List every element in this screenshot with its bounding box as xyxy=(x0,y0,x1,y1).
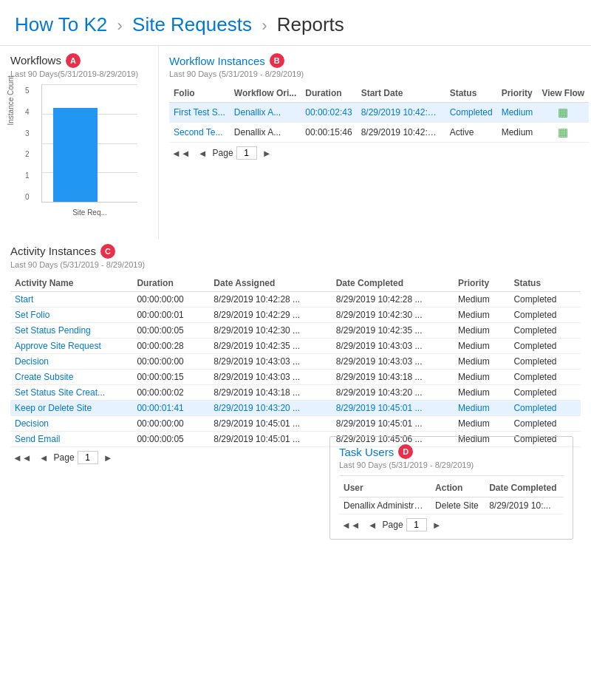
wi-cell-viewflow[interactable]: ▦ xyxy=(537,103,589,123)
wi-cell-startdate: 8/29/2019 10:42:48 AM xyxy=(357,123,445,143)
ai-col-name: Activity Name xyxy=(10,275,132,292)
wi-section: Workflow Instances B Last 90 Days (5/31/… xyxy=(169,53,589,160)
wi-cell-folio: First Test S... xyxy=(169,103,230,123)
wi-page-next[interactable]: ► xyxy=(260,147,274,160)
task-users-panel: Task Users D Last 90 Days (5/31/2019 - 8… xyxy=(329,436,573,540)
ai-table-header-row: Activity Name Duration Date Assigned Dat… xyxy=(10,275,581,292)
ai-cell-duration: 00:00:00:15 xyxy=(132,370,209,385)
wi-cell-status: Active xyxy=(445,123,497,143)
ai-cell-assigned: 8/29/2019 10:43:20 ... xyxy=(209,401,331,416)
ai-table-body: Start 00:00:00:00 8/29/2019 10:42:28 ...… xyxy=(10,292,581,447)
ai-table-row[interactable]: Create Subsite 00:00:00:15 8/29/2019 10:… xyxy=(10,370,581,385)
ai-cell-duration: 00:00:00:28 xyxy=(132,339,209,354)
ai-cell-priority: Medium xyxy=(454,354,509,370)
ai-title: Activity Instances xyxy=(10,245,96,257)
ai-cell-name: Create Subsite xyxy=(10,370,132,385)
ai-cell-status: Completed xyxy=(509,292,581,307)
ai-cell-duration: 00:00:00:00 xyxy=(132,416,209,432)
ai-cell-assigned: 8/29/2019 10:42:30 ... xyxy=(209,323,331,339)
workflows-badge: A xyxy=(66,53,81,68)
breadcrumb-reports: Reports xyxy=(277,13,344,35)
ai-subtitle: Last 90 Days (5/31/2019 - 8/29/2019) xyxy=(10,260,581,269)
ai-cell-completed: 8/29/2019 10:43:03 ... xyxy=(332,354,454,370)
wi-cell-folio: Second Te... xyxy=(169,123,230,143)
ai-cell-assigned: 8/29/2019 10:43:18 ... xyxy=(209,385,331,401)
wi-table-row[interactable]: Second Te... Denallix A... 00:00:15:46 8… xyxy=(169,123,589,143)
wi-col-duration: Duration xyxy=(301,84,356,103)
chart-y-ticks: 0 1 2 3 4 5 xyxy=(25,87,30,201)
workflows-chart: Instance Count 0 1 2 3 4 5 xyxy=(10,84,147,232)
task-col-action: Action xyxy=(431,479,485,497)
ai-table-row[interactable]: Set Folio 00:00:00:01 8/29/2019 10:42:29… xyxy=(10,307,581,323)
wi-col-folio: Folio xyxy=(169,84,230,103)
task-badge: D xyxy=(398,444,413,459)
ai-table-row[interactable]: Decision 00:00:00:00 8/29/2019 10:43:03 … xyxy=(10,354,581,370)
ai-cell-name: Set Status Pending xyxy=(10,323,132,339)
ai-table-row[interactable]: Start 00:00:00:00 8/29/2019 10:42:28 ...… xyxy=(10,292,581,307)
ai-cell-assigned: 8/29/2019 10:45:01 ... xyxy=(209,416,331,432)
ai-cell-duration: 00:00:00:00 xyxy=(132,292,209,307)
ai-cell-completed: 8/29/2019 10:42:28 ... xyxy=(332,292,454,307)
ai-cell-duration: 00:00:00:05 xyxy=(132,323,209,339)
wi-cell-startdate: 8/29/2019 10:42:28 AM xyxy=(357,103,445,123)
task-cell-date: 8/29/2019 10:... xyxy=(485,497,564,514)
task-divider xyxy=(339,475,564,476)
task-cell-action: Delete Site xyxy=(431,497,485,514)
wi-cell-origin: Denallix A... xyxy=(230,103,301,123)
task-table-row[interactable]: Denallix Administrat... Delete Site 8/29… xyxy=(339,497,564,514)
wi-col-priority: Priority xyxy=(497,84,538,103)
ai-cell-status: Completed xyxy=(509,339,581,354)
breadcrumb-howtok2[interactable]: How To K2 xyxy=(15,13,107,35)
ai-cell-status: Completed xyxy=(509,323,581,339)
wi-col-startdate: Start Date xyxy=(357,84,445,103)
ai-cell-assigned: 8/29/2019 10:43:03 ... xyxy=(209,354,331,370)
task-title: Task Users xyxy=(339,446,394,458)
task-table-body: Denallix Administrat... Delete Site 8/29… xyxy=(339,497,564,514)
workflow-instances-panel: Workflow Instances B Last 90 Days (5/31/… xyxy=(159,46,591,239)
wi-table-row[interactable]: First Test S... Denallix A... 00:00:02:4… xyxy=(169,103,589,123)
ai-table-row[interactable]: Set Status Site Creat... 00:00:00:02 8/2… xyxy=(10,385,581,401)
ai-cell-completed: 8/29/2019 10:45:01 ... xyxy=(332,401,454,416)
ai-cell-priority: Medium xyxy=(454,370,509,385)
breadcrumb-siterequests[interactable]: Site Requests xyxy=(132,13,252,35)
wi-page-input[interactable] xyxy=(236,146,257,160)
ai-table-row[interactable]: Decision 00:00:00:00 8/29/2019 10:45:01 … xyxy=(10,416,581,432)
wi-pagination: ◄◄ ◄ Page ► xyxy=(169,146,589,160)
wi-cell-duration: 00:00:02:43 xyxy=(301,103,356,123)
ai-cell-assigned: 8/29/2019 10:42:28 ... xyxy=(209,292,331,307)
wi-page-first[interactable]: ◄◄ xyxy=(169,147,193,160)
chart-area: Site Req... xyxy=(41,84,137,203)
task-pagination: ◄◄ ◄ Page ► xyxy=(339,518,564,531)
task-page-input[interactable] xyxy=(406,518,427,531)
breadcrumb-sep1: › xyxy=(117,16,123,35)
wi-badge: B xyxy=(270,53,284,68)
chart-x-label: Site Req... xyxy=(42,208,137,217)
wi-table-body: First Test S... Denallix A... 00:00:02:4… xyxy=(169,103,589,143)
ai-cell-priority: Medium xyxy=(454,339,509,354)
ai-cell-name: Decision xyxy=(10,354,132,370)
chart-bar-siterequests xyxy=(53,108,98,202)
ai-cell-name: Start xyxy=(10,292,132,307)
ai-cell-completed: 8/29/2019 10:43:18 ... xyxy=(332,370,454,385)
ai-cell-status: Completed xyxy=(509,416,581,432)
chart-y-axis-label: Instance Count xyxy=(7,75,15,125)
breadcrumb: How To K2 › Site Requests › Reports xyxy=(0,0,591,46)
task-page-next[interactable]: ► xyxy=(430,519,444,531)
wi-header: Workflow Instances B xyxy=(169,53,589,68)
ai-cell-status: Completed xyxy=(509,307,581,323)
task-page-prev[interactable]: ◄ xyxy=(366,519,380,531)
workflows-subtitle: Last 90 Days(5/31/2019-8/29/2019) xyxy=(10,69,151,78)
wi-table-header-row: Folio Workflow Ori... Duration Start Dat… xyxy=(169,84,589,103)
task-page-first[interactable]: ◄◄ xyxy=(339,519,363,531)
ai-cell-priority: Medium xyxy=(454,307,509,323)
ai-col-completed: Date Completed xyxy=(332,275,454,292)
wi-cell-priority: Medium xyxy=(497,123,538,143)
ai-table-row[interactable]: Approve Site Request 00:00:00:28 8/29/20… xyxy=(10,339,581,354)
ai-cell-status: Completed xyxy=(509,385,581,401)
ai-cell-duration: 00:00:01:41 xyxy=(132,401,209,416)
wi-cell-viewflow[interactable]: ▦ xyxy=(537,123,589,143)
wi-page-prev[interactable]: ◄ xyxy=(196,147,210,160)
ai-table-row[interactable]: Set Status Pending 00:00:00:05 8/29/2019… xyxy=(10,323,581,339)
ai-cell-name: Set Status Site Creat... xyxy=(10,385,132,401)
ai-table-row[interactable]: Keep or Delete Site 00:00:01:41 8/29/201… xyxy=(10,401,581,416)
